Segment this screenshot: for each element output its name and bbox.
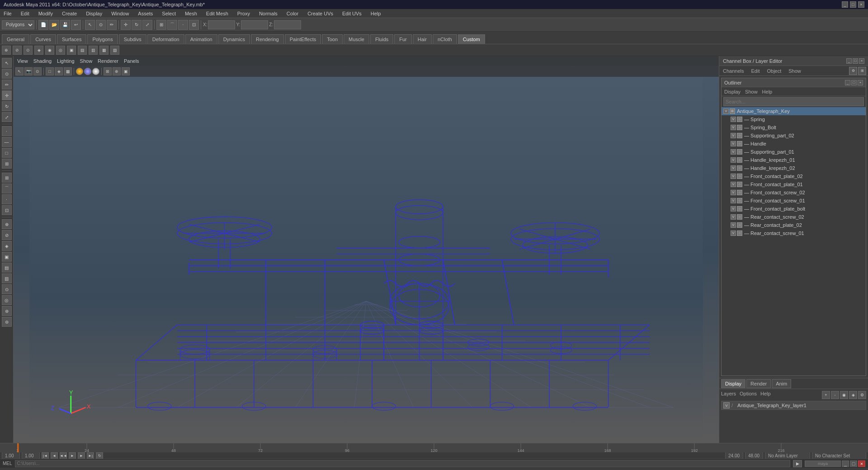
cb-settings1[interactable]: ⚙ xyxy=(849,67,857,75)
step-fwd-btn[interactable]: ► xyxy=(78,452,85,459)
tool6-btn[interactable]: ▥ xyxy=(2,273,12,283)
outliner-maximize-btn[interactable]: □ xyxy=(851,80,857,85)
cb-maximize-btn[interactable]: □ xyxy=(853,58,858,64)
cb-tab-edit[interactable]: Edit xyxy=(749,67,761,75)
outliner-item[interactable]: V○— Front_contact_plate_bolt xyxy=(722,205,866,213)
lasso-mode-btn[interactable]: ⊙ xyxy=(2,69,12,79)
snap-surf-btn[interactable]: ⊡ xyxy=(2,205,12,215)
snap-curve-btn[interactable]: ⌒ xyxy=(2,183,12,193)
minimize-button[interactable]: _ xyxy=(842,1,848,8)
vp-camera-btn[interactable]: 📷 xyxy=(24,67,33,75)
uvset-mode-btn[interactable]: ⊞ xyxy=(2,159,12,169)
icon-2[interactable]: ⊘ xyxy=(13,46,22,55)
step-back-btn[interactable]: ◄ xyxy=(51,452,58,459)
tab-animation[interactable]: Animation xyxy=(185,34,217,44)
tool3-btn[interactable]: ◈ xyxy=(2,241,12,251)
menu-window[interactable]: Window xyxy=(109,11,131,16)
vp-light3-btn[interactable] xyxy=(92,68,99,75)
outliner-close-btn[interactable]: × xyxy=(858,80,863,85)
snap-grid-btn[interactable]: ⊞ xyxy=(2,173,12,183)
cb-close-btn[interactable]: × xyxy=(859,58,864,64)
vp-menu-panels[interactable]: Panels xyxy=(124,58,139,64)
outliner-item[interactable]: V○— Spring_Bolt xyxy=(722,123,866,132)
outliner-menu-show[interactable]: Show xyxy=(745,89,758,94)
outliner-item[interactable]: V⊞Antique_Telegraph_Key xyxy=(722,107,866,115)
layer-set-btn[interactable]: ◈ xyxy=(849,391,857,399)
close-button[interactable]: × xyxy=(858,1,864,8)
menu-display[interactable]: Display xyxy=(84,11,104,16)
mel-execute-btn[interactable]: ▶ xyxy=(793,460,802,467)
paint-tool[interactable]: ✏ xyxy=(107,20,117,30)
layer-sel-btn[interactable]: ◉ xyxy=(840,391,848,399)
icon-11[interactable]: ▧ xyxy=(110,46,119,55)
outliner-visibility-icon[interactable]: V xyxy=(731,125,736,130)
outliner-item[interactable]: V○— Front_contact_screw_01 xyxy=(722,197,866,205)
rotate-mode-btn[interactable]: ↻ xyxy=(2,101,12,111)
tab-polygons[interactable]: Polygons xyxy=(87,34,118,44)
layer-opts-btn[interactable]: ⚙ xyxy=(858,391,866,399)
tool8-btn[interactable]: ◎ xyxy=(2,295,12,305)
play-fwd-btn[interactable]: ► xyxy=(69,452,76,459)
menu-select[interactable]: Select xyxy=(160,11,178,16)
snap-point-btn[interactable]: · xyxy=(2,194,12,204)
close-all-btn[interactable]: × xyxy=(858,461,865,467)
tool5-btn[interactable]: ▤ xyxy=(2,263,12,273)
vp-smooth-btn[interactable]: ◈ xyxy=(55,67,63,75)
layer-new-btn[interactable]: + xyxy=(822,391,830,399)
outliner-item[interactable]: V○— Rear_contact_screw_01 xyxy=(722,229,866,237)
tool7-btn[interactable]: ⊙ xyxy=(2,284,12,294)
outliner-visibility-icon[interactable]: V xyxy=(731,206,736,212)
outliner-visibility-icon[interactable]: V xyxy=(731,141,736,146)
outliner-visibility-icon[interactable]: V xyxy=(723,108,729,114)
loop-btn[interactable]: ↻ xyxy=(96,452,103,459)
paint-mode-btn[interactable]: ✏ xyxy=(2,80,12,89)
outliner-visibility-icon[interactable]: V xyxy=(731,117,736,122)
layer-visibility-btn[interactable]: V xyxy=(723,402,730,409)
vp-menu-renderer[interactable]: Renderer xyxy=(98,58,118,64)
tab-fur[interactable]: Fur xyxy=(394,34,412,44)
snap-curve[interactable]: ⌒ xyxy=(167,20,177,30)
select-mode-btn[interactable]: ↖ xyxy=(2,58,12,68)
outliner-item[interactable]: V○— Supporting_part_02 xyxy=(722,132,866,140)
menu-edit-mesh[interactable]: Edit Mesh xyxy=(204,11,230,16)
outliner-item[interactable]: V○— Rear_contact_screw_02 xyxy=(722,213,866,221)
select-tool[interactable]: ↖ xyxy=(85,20,95,30)
outliner-visibility-icon[interactable]: V xyxy=(731,149,736,155)
menu-edit[interactable]: Edit xyxy=(19,11,31,16)
outliner-visibility-icon[interactable]: V xyxy=(731,133,736,138)
icon-10[interactable]: ▦ xyxy=(99,46,108,55)
snap-grid[interactable]: ⊞ xyxy=(156,20,166,30)
mode-dropdown[interactable]: Polygons xyxy=(2,20,34,29)
outliner-visibility-icon[interactable]: V xyxy=(731,157,736,163)
tab-painteffects[interactable]: PaintEffects xyxy=(285,34,321,44)
layer-menu-help[interactable]: Help xyxy=(760,391,771,399)
snap-point[interactable]: · xyxy=(178,20,188,30)
rb-tab-display[interactable]: Display xyxy=(721,379,745,388)
tool2-btn[interactable]: ⊘ xyxy=(2,230,12,240)
tab-rendering[interactable]: Rendering xyxy=(251,34,284,44)
timeline-ruler[interactable]: 1 24 48 72 96 120 144 168 192 216 xyxy=(0,443,868,452)
tab-dynamics[interactable]: Dynamics xyxy=(218,34,250,44)
minimize-all-btn[interactable]: _ xyxy=(842,461,849,467)
mel-command-input[interactable] xyxy=(15,460,790,467)
vp-obj-btn[interactable]: ⊙ xyxy=(33,67,42,75)
restore-btn[interactable]: □ xyxy=(850,461,857,467)
menu-edit-uvs[interactable]: Edit UVs xyxy=(340,11,363,16)
outliner-visibility-icon[interactable]: V xyxy=(731,222,736,228)
outliner-visibility-icon[interactable]: V xyxy=(731,190,736,195)
vp-menu-view[interactable]: View xyxy=(17,58,28,64)
task-bar-item[interactable]: maya xyxy=(805,461,841,467)
outliner-menu-display[interactable]: Display xyxy=(724,89,741,94)
layer-menu-layers[interactable]: Layers xyxy=(721,391,736,399)
tool1-btn[interactable]: ⊕ xyxy=(2,219,12,229)
move-mode-btn[interactable]: ✛ xyxy=(2,90,12,100)
tool10-btn[interactable]: ⊜ xyxy=(2,317,12,327)
tab-custom[interactable]: Custom xyxy=(458,34,485,44)
channel-box-controls[interactable]: _ □ × xyxy=(846,58,864,64)
icon-1[interactable]: ⊕ xyxy=(2,46,11,55)
icon-3[interactable]: ⊙ xyxy=(24,46,33,55)
edge-mode-btn[interactable]: — xyxy=(2,137,12,147)
vp-light2-btn[interactable] xyxy=(84,68,91,75)
move-tool[interactable]: ✛ xyxy=(121,20,131,30)
outliner-item[interactable]: V○— Front_contact_plate_01 xyxy=(722,180,866,188)
